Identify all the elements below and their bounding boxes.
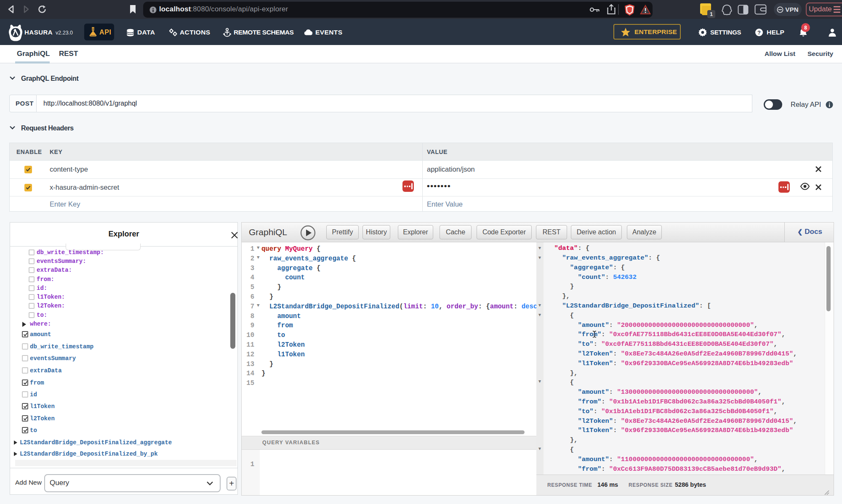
svg-text:?: ? (757, 29, 761, 36)
